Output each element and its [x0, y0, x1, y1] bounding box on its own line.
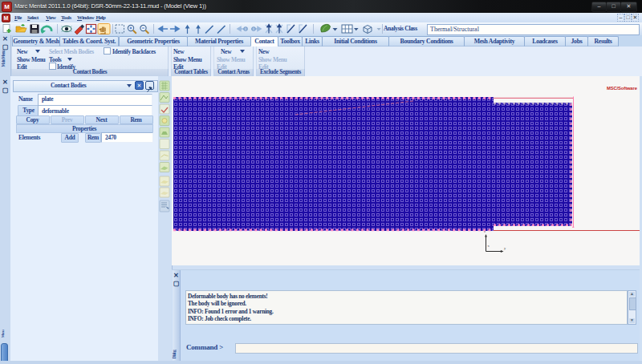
svg-text:z: z — [484, 229, 486, 233]
svg-text:MSC/Software: MSC/Software — [607, 86, 638, 91]
svg-text:x: x — [488, 244, 490, 248]
svg-text:y: y — [504, 246, 506, 250]
